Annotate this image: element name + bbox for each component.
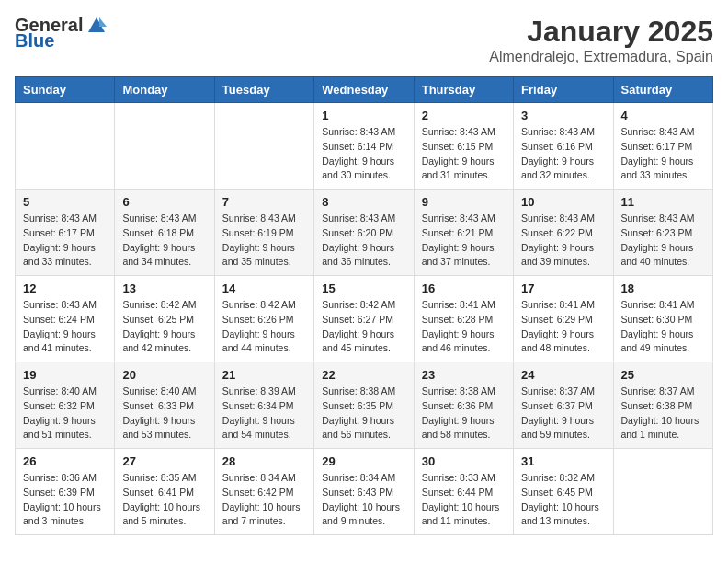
day-info: Sunrise: 8:43 AM Sunset: 6:19 PM Dayligh… (222, 212, 306, 270)
table-row: 3Sunrise: 8:43 AM Sunset: 6:16 PM Daylig… (514, 103, 613, 190)
calendar-week-row: 12Sunrise: 8:43 AM Sunset: 6:24 PM Dayli… (16, 276, 713, 362)
table-row: 22Sunrise: 8:38 AM Sunset: 6:35 PM Dayli… (314, 362, 414, 449)
calendar-week-row: 26Sunrise: 8:36 AM Sunset: 6:39 PM Dayli… (16, 449, 713, 535)
day-info: Sunrise: 8:42 AM Sunset: 6:25 PM Dayligh… (122, 298, 206, 356)
col-wednesday: Wednesday (314, 77, 414, 103)
table-row: 15Sunrise: 8:42 AM Sunset: 6:27 PM Dayli… (314, 276, 414, 362)
calendar-header-row: Sunday Monday Tuesday Wednesday Thursday… (16, 77, 713, 103)
table-row: 27Sunrise: 8:35 AM Sunset: 6:41 PM Dayli… (115, 449, 214, 535)
day-info: Sunrise: 8:40 AM Sunset: 6:32 PM Dayligh… (23, 385, 107, 442)
table-row: 12Sunrise: 8:43 AM Sunset: 6:24 PM Dayli… (16, 276, 115, 362)
day-info: Sunrise: 8:33 AM Sunset: 6:44 PM Dayligh… (422, 471, 506, 529)
day-number: 21 (222, 368, 306, 382)
table-row: 20Sunrise: 8:40 AM Sunset: 6:33 PM Dayli… (115, 362, 214, 449)
table-row: 30Sunrise: 8:33 AM Sunset: 6:44 PM Dayli… (414, 449, 513, 535)
day-info: Sunrise: 8:43 AM Sunset: 6:23 PM Dayligh… (621, 212, 705, 270)
day-info: Sunrise: 8:43 AM Sunset: 6:20 PM Dayligh… (322, 212, 405, 270)
table-row: 29Sunrise: 8:34 AM Sunset: 6:43 PM Dayli… (314, 449, 414, 535)
logo: General Blue (15, 15, 107, 52)
day-number: 1 (322, 109, 405, 122)
day-number: 4 (621, 109, 705, 122)
calendar-week-row: 5Sunrise: 8:43 AM Sunset: 6:17 PM Daylig… (16, 190, 713, 276)
table-row: 8Sunrise: 8:43 AM Sunset: 6:20 PM Daylig… (314, 190, 414, 276)
day-number: 31 (521, 454, 605, 468)
day-info: Sunrise: 8:38 AM Sunset: 6:36 PM Dayligh… (422, 385, 506, 442)
day-info: Sunrise: 8:39 AM Sunset: 6:34 PM Dayligh… (222, 385, 306, 442)
table-row (613, 449, 712, 535)
day-number: 18 (621, 282, 705, 295)
table-row: 6Sunrise: 8:43 AM Sunset: 6:18 PM Daylig… (115, 190, 214, 276)
day-info: Sunrise: 8:40 AM Sunset: 6:33 PM Dayligh… (122, 385, 206, 442)
day-info: Sunrise: 8:43 AM Sunset: 6:17 PM Dayligh… (23, 212, 107, 270)
calendar-table: Sunday Monday Tuesday Wednesday Thursday… (15, 76, 713, 535)
day-info: Sunrise: 8:38 AM Sunset: 6:35 PM Dayligh… (322, 385, 405, 442)
day-info: Sunrise: 8:43 AM Sunset: 6:14 PM Dayligh… (322, 125, 405, 183)
day-info: Sunrise: 8:43 AM Sunset: 6:22 PM Dayligh… (521, 212, 605, 270)
table-row: 9Sunrise: 8:43 AM Sunset: 6:21 PM Daylig… (414, 190, 513, 276)
table-row: 25Sunrise: 8:37 AM Sunset: 6:38 PM Dayli… (613, 362, 712, 449)
col-sunday: Sunday (16, 77, 115, 103)
day-info: Sunrise: 8:43 AM Sunset: 6:21 PM Dayligh… (422, 212, 506, 270)
day-number: 16 (422, 282, 506, 295)
day-number: 10 (521, 195, 605, 209)
day-number: 8 (322, 195, 405, 209)
day-number: 2 (422, 109, 506, 122)
col-thursday: Thursday (414, 77, 513, 103)
day-number: 29 (322, 454, 405, 468)
day-info: Sunrise: 8:43 AM Sunset: 6:18 PM Dayligh… (122, 212, 206, 270)
table-row: 5Sunrise: 8:43 AM Sunset: 6:17 PM Daylig… (16, 190, 115, 276)
table-row (115, 103, 214, 190)
subtitle: Almendralejo, Extremadura, Spain (489, 49, 713, 65)
day-number: 25 (621, 368, 705, 382)
svg-marker-1 (99, 17, 107, 27)
table-row: 21Sunrise: 8:39 AM Sunset: 6:34 PM Dayli… (214, 362, 313, 449)
day-info: Sunrise: 8:43 AM Sunset: 6:16 PM Dayligh… (521, 125, 605, 183)
day-number: 17 (521, 282, 605, 295)
day-number: 6 (122, 195, 206, 209)
day-number: 20 (122, 368, 206, 382)
table-row: 1Sunrise: 8:43 AM Sunset: 6:14 PM Daylig… (314, 103, 414, 190)
table-row: 13Sunrise: 8:42 AM Sunset: 6:25 PM Dayli… (115, 276, 214, 362)
day-number: 14 (222, 282, 306, 295)
day-number: 11 (621, 195, 705, 209)
day-number: 30 (422, 454, 506, 468)
day-number: 3 (521, 109, 605, 122)
day-info: Sunrise: 8:43 AM Sunset: 6:17 PM Dayligh… (621, 125, 705, 183)
title-block: January 2025 Almendralejo, Extremadura, … (489, 15, 713, 65)
table-row: 26Sunrise: 8:36 AM Sunset: 6:39 PM Dayli… (16, 449, 115, 535)
day-info: Sunrise: 8:41 AM Sunset: 6:30 PM Dayligh… (621, 298, 705, 356)
table-row: 4Sunrise: 8:43 AM Sunset: 6:17 PM Daylig… (613, 103, 712, 190)
day-info: Sunrise: 8:37 AM Sunset: 6:37 PM Dayligh… (521, 385, 605, 442)
table-row: 23Sunrise: 8:38 AM Sunset: 6:36 PM Dayli… (414, 362, 513, 449)
table-row: 11Sunrise: 8:43 AM Sunset: 6:23 PM Dayli… (613, 190, 712, 276)
day-number: 28 (222, 454, 306, 468)
table-row: 7Sunrise: 8:43 AM Sunset: 6:19 PM Daylig… (214, 190, 313, 276)
day-info: Sunrise: 8:41 AM Sunset: 6:28 PM Dayligh… (422, 298, 506, 356)
table-row: 19Sunrise: 8:40 AM Sunset: 6:32 PM Dayli… (16, 362, 115, 449)
day-info: Sunrise: 8:35 AM Sunset: 6:41 PM Dayligh… (122, 471, 206, 529)
day-number: 5 (23, 195, 107, 209)
page-header: General Blue January 2025 Almendralejo, … (15, 15, 713, 65)
day-info: Sunrise: 8:34 AM Sunset: 6:43 PM Dayligh… (322, 471, 405, 529)
col-tuesday: Tuesday (214, 77, 313, 103)
day-number: 27 (122, 454, 206, 468)
day-number: 24 (521, 368, 605, 382)
logo-blue-text: Blue (15, 30, 54, 52)
day-number: 23 (422, 368, 506, 382)
day-info: Sunrise: 8:34 AM Sunset: 6:42 PM Dayligh… (222, 471, 306, 529)
table-row: 2Sunrise: 8:43 AM Sunset: 6:15 PM Daylig… (414, 103, 513, 190)
day-info: Sunrise: 8:37 AM Sunset: 6:38 PM Dayligh… (621, 385, 705, 442)
main-title: January 2025 (489, 15, 713, 49)
day-number: 9 (422, 195, 506, 209)
table-row (214, 103, 313, 190)
day-info: Sunrise: 8:41 AM Sunset: 6:29 PM Dayligh… (521, 298, 605, 356)
table-row: 17Sunrise: 8:41 AM Sunset: 6:29 PM Dayli… (514, 276, 613, 362)
day-number: 7 (222, 195, 306, 209)
day-number: 15 (322, 282, 405, 295)
day-number: 19 (23, 368, 107, 382)
col-monday: Monday (115, 77, 214, 103)
day-info: Sunrise: 8:43 AM Sunset: 6:24 PM Dayligh… (23, 298, 107, 356)
day-number: 13 (122, 282, 206, 295)
table-row: 28Sunrise: 8:34 AM Sunset: 6:42 PM Dayli… (214, 449, 313, 535)
day-number: 12 (23, 282, 107, 295)
